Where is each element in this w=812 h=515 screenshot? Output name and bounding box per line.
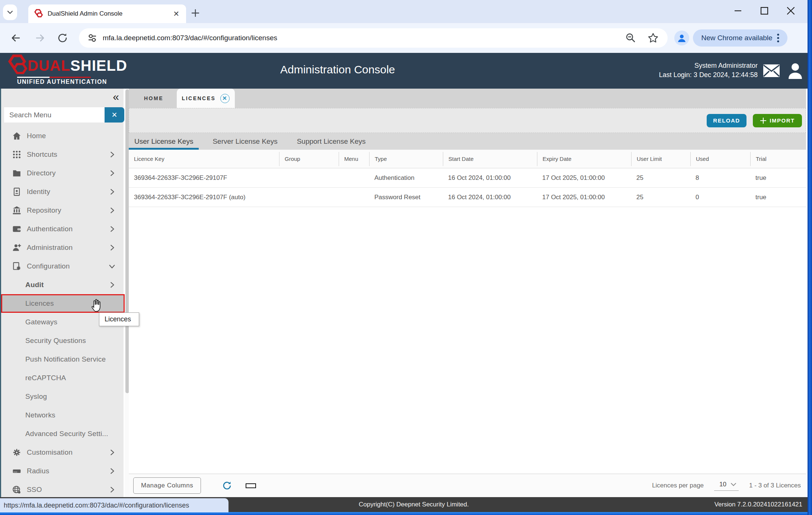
chevron-down-icon xyxy=(7,10,13,14)
column-header-trial[interactable]: Trial xyxy=(750,152,806,166)
browser-tab[interactable]: DualShield Admin Console ✕ xyxy=(28,4,186,23)
sidebar-item-advanced-security-settings[interactable]: Advanced Security Setti... xyxy=(1,425,125,443)
column-header-used[interactable]: Used xyxy=(690,152,750,166)
mail-icon[interactable] xyxy=(763,64,780,77)
sidebar-item-licences[interactable]: Licences xyxy=(1,294,125,313)
per-page-select[interactable]: 10 xyxy=(714,481,739,491)
table-row[interactable]: 369364-22633F-3C296E-29107F Authenticati… xyxy=(129,168,806,188)
sidebar-item-label: Authentication xyxy=(27,225,73,233)
sidebar-item-label: Licences xyxy=(25,299,54,308)
column-header-menu[interactable]: Menu xyxy=(339,152,369,166)
search-clear-button[interactable]: ✕ xyxy=(105,107,124,123)
sidebar-item-security-questions[interactable]: Security Questions xyxy=(1,331,125,350)
directory-icon xyxy=(12,169,21,178)
reload-page-icon[interactable] xyxy=(57,32,68,44)
sidebar-item-sso[interactable]: SSO xyxy=(1,480,125,499)
cell-user-limit: 25 xyxy=(631,174,690,182)
chevron-right-icon xyxy=(108,207,116,214)
cell-licence-key: 369364-22633F-3C296E-29107F (auto) xyxy=(129,194,279,201)
tab-close-circle-icon[interactable]: ✕ xyxy=(220,94,230,103)
sidebar-item-label: Administration xyxy=(27,244,73,252)
sidebar-item-networks[interactable]: Networks xyxy=(1,406,125,425)
identity-icon xyxy=(12,187,21,196)
user-name: System Administrator xyxy=(659,61,758,70)
plus-icon xyxy=(191,8,200,18)
license-subtabs: User License Keys Server License Keys Su… xyxy=(129,133,806,150)
tab-home[interactable]: HOME xyxy=(139,89,168,108)
cell-start-date: 16 Oct 2024, 01:00:00 xyxy=(443,194,537,201)
per-page-value: 10 xyxy=(719,481,726,488)
repository-icon xyxy=(12,206,21,215)
hand-cursor xyxy=(90,298,103,312)
shortcuts-icon xyxy=(12,150,21,159)
customisation-icon xyxy=(12,448,21,457)
sidebar-item-label: SSO xyxy=(27,486,42,494)
sidebar-item-syslog[interactable]: Syslog xyxy=(1,387,125,406)
column-header-type[interactable]: Type xyxy=(369,152,443,166)
column-header-start-date[interactable]: Start Date xyxy=(443,152,537,166)
browser-tab-title: DualShield Admin Console xyxy=(48,10,173,18)
sidebar-item-repository[interactable]: Repository xyxy=(1,201,125,220)
import-label: IMPORT xyxy=(770,117,795,124)
zoom-icon[interactable] xyxy=(625,32,636,44)
sidebar-item-shortcuts[interactable]: Shortcuts xyxy=(1,145,125,164)
page-title: Administration Console xyxy=(280,63,395,76)
subtab-server-license-keys[interactable]: Server License Keys xyxy=(207,133,283,150)
chevron-down-icon xyxy=(108,263,116,270)
sidebar-item-recaptcha[interactable]: reCAPTCHA xyxy=(1,369,125,387)
cell-licence-key: 369364-22633F-3C296E-29107F xyxy=(129,174,279,182)
chevron-right-icon xyxy=(108,467,116,475)
forward-icon[interactable] xyxy=(34,32,46,44)
main-panel: HOME LICENCES ✕ RELOAD IMPORT User Licen… xyxy=(129,89,806,497)
sidebar-item-customisation[interactable]: Customisation xyxy=(1,443,125,462)
sidebar-item-label: Customisation xyxy=(27,448,73,457)
bookmark-star-icon[interactable] xyxy=(648,32,659,44)
kebab-menu-icon[interactable] xyxy=(777,33,779,43)
subtab-support-license-keys[interactable]: Support License Keys xyxy=(291,133,371,150)
browser-toolbar: mfa.la.deepnetid.com:8073/dac/#/configur… xyxy=(0,23,812,53)
sidebar-item-radius[interactable]: Radius xyxy=(1,462,125,480)
back-icon[interactable] xyxy=(10,32,22,44)
account-icon[interactable] xyxy=(787,63,803,79)
sidebar-item-identity[interactable]: Identity xyxy=(1,182,125,201)
sidebar-item-configuration[interactable]: Configuration xyxy=(1,257,125,276)
tab-licences[interactable]: LICENCES ✕ xyxy=(177,89,235,108)
new-tab-button[interactable] xyxy=(191,8,200,18)
profile-avatar[interactable] xyxy=(674,31,689,45)
chevron-right-icon xyxy=(108,281,116,289)
tab-close-icon[interactable]: ✕ xyxy=(173,9,179,18)
column-header-group[interactable]: Group xyxy=(279,152,339,166)
resize-handle-icon[interactable] xyxy=(246,483,256,488)
reload-button[interactable]: RELOAD xyxy=(707,114,747,127)
chevron-right-icon xyxy=(108,486,116,493)
tab-search-button[interactable] xyxy=(3,4,17,20)
column-header-expiry-date[interactable]: Expiry Date xyxy=(537,152,631,166)
sidebar-item-home[interactable]: Home xyxy=(1,127,125,145)
maximize-button[interactable] xyxy=(760,6,769,15)
refresh-icon[interactable] xyxy=(222,480,232,491)
subtab-user-license-keys[interactable]: User License Keys xyxy=(129,133,199,150)
minimize-button[interactable] xyxy=(733,6,743,16)
sidebar-item-administration[interactable]: Administration xyxy=(1,238,125,257)
column-header-licence-key[interactable]: Licence Key xyxy=(129,152,279,166)
last-login: Last Login: 3 Dec 2024, 12:44:58 xyxy=(659,70,758,80)
sidebar-item-audit[interactable]: Audit xyxy=(1,276,125,294)
address-bar[interactable]: mfa.la.deepnetid.com:8073/dac/#/configur… xyxy=(79,28,668,48)
table-row[interactable]: 369364-22633F-3C296E-29107F (auto) Passw… xyxy=(129,188,806,207)
sidebar-item-directory[interactable]: Directory xyxy=(1,164,125,182)
sidebar-item-label: Audit xyxy=(25,281,44,289)
manage-columns-button[interactable]: Manage Columns xyxy=(133,477,201,494)
import-button[interactable]: IMPORT xyxy=(753,114,802,127)
table-footer: Manage Columns Licences per page 10 1 - … xyxy=(129,474,806,497)
sidebar-item-authentication[interactable]: Authentication xyxy=(1,220,125,238)
licences-tooltip: Licences xyxy=(99,312,139,326)
sidebar-collapse-button[interactable]: « xyxy=(113,92,119,102)
screen: DualShield Admin Console ✕ mfa.la.deepne… xyxy=(0,0,812,515)
chrome-update-button[interactable]: New Chrome available xyxy=(693,29,787,47)
search-input[interactable] xyxy=(4,107,105,123)
sidebar-item-label: Identity xyxy=(27,188,50,196)
column-header-user-limit[interactable]: User Limit xyxy=(631,152,690,166)
sidebar-item-push-notification-service[interactable]: Push Notification Service xyxy=(1,350,125,369)
site-info-icon[interactable] xyxy=(87,33,97,43)
close-window-button[interactable] xyxy=(786,6,796,16)
